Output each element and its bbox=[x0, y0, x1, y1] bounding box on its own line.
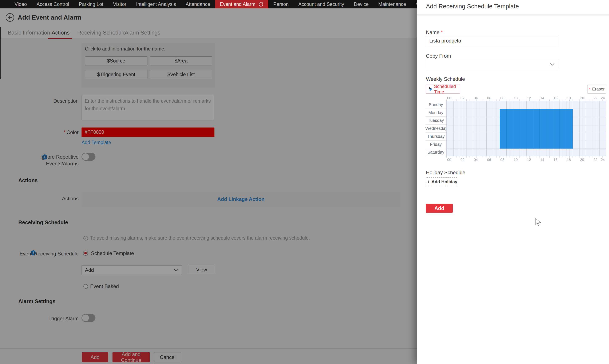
nav-item-label: Device bbox=[354, 1, 369, 7]
grid-hour-label: 06 bbox=[487, 158, 491, 162]
grid-ticks-bottom bbox=[446, 156, 606, 157]
grid-hour-label: 00 bbox=[447, 158, 451, 162]
weekly-schedule-label: Weekly Schedule bbox=[426, 76, 465, 82]
grid-day-thursday: Thursday bbox=[425, 132, 446, 141]
grid-hour-label: 02 bbox=[460, 158, 465, 162]
panel-header-shadow bbox=[417, 14, 609, 17]
copy-from-label: Copy From bbox=[426, 53, 451, 59]
eraser-tool-button[interactable]: Eraser bbox=[587, 85, 606, 94]
grid-day-wednesday: Wednesday bbox=[425, 125, 446, 132]
nav-item-label: Person bbox=[273, 1, 289, 7]
eraser-icon bbox=[589, 87, 591, 91]
scheduled-time-label: Scheduled Time bbox=[434, 84, 458, 95]
nav-item-label: Parking Lot bbox=[79, 1, 103, 7]
required-asterisk: * bbox=[441, 29, 443, 35]
grid-day-sunday: Sunday bbox=[425, 101, 446, 109]
nav-item-label: Visitor bbox=[113, 1, 126, 7]
top-navbar: VideoAccess ControlParking LotVisitorInt… bbox=[0, 0, 417, 8]
weekly-schedule-grid: 00020406081012141618202224 SundayMondayT… bbox=[425, 97, 606, 162]
copy-from-select[interactable] bbox=[426, 59, 558, 69]
grid-day-labels: SundayMondayTuesdayWednesdayThursdayFrid… bbox=[425, 101, 446, 156]
schedule-block-wednesday[interactable] bbox=[500, 125, 573, 133]
modal-dim-overlay bbox=[0, 8, 417, 364]
add-receiving-schedule-template-panel: Add Receiving Schedule Template Name * L… bbox=[417, 0, 609, 364]
grid-hour-label: 10 bbox=[513, 158, 518, 162]
nav-item-person[interactable]: Person bbox=[268, 0, 293, 8]
screen: VideoAccess ControlParking LotVisitorInt… bbox=[0, 0, 609, 364]
nav-item-maintenance[interactable]: Maintenance bbox=[374, 0, 411, 8]
grid-hour-label: 12 bbox=[527, 158, 531, 162]
panel-title: Add Receiving Schedule Template bbox=[426, 3, 519, 10]
schedule-block-tuesday[interactable] bbox=[500, 117, 573, 125]
nav-item-video[interactable]: Video bbox=[10, 0, 32, 8]
nav-item-label: Account and Security bbox=[298, 1, 344, 7]
nav-item-access-control[interactable]: Access Control bbox=[32, 0, 74, 8]
grid-body[interactable] bbox=[446, 101, 606, 156]
add-holiday-button[interactable]: + Add Holiday bbox=[426, 177, 458, 186]
grid-day-tuesday: Tuesday bbox=[425, 117, 446, 125]
nav-item-intelligent-analysis[interactable]: Intelligent Analysis bbox=[131, 0, 181, 8]
nav-item-account-and-security[interactable]: Account and Security bbox=[293, 0, 349, 8]
nav-item-label: Maintenance bbox=[378, 1, 406, 7]
grid-hour-label: 22 bbox=[594, 158, 597, 162]
nav-item-label: Access Control bbox=[36, 1, 69, 7]
grid-hour-label: 04 bbox=[474, 158, 478, 162]
plus-icon: + bbox=[427, 179, 430, 184]
name-label: Name * bbox=[426, 29, 444, 35]
nav-item-visitor[interactable]: Visitor bbox=[108, 0, 131, 8]
schedule-block-friday[interactable] bbox=[500, 141, 573, 149]
grid-hour-label: 24 bbox=[601, 158, 605, 162]
grid-day-friday: Friday bbox=[425, 141, 446, 149]
add-holiday-label: Add Holiday bbox=[431, 179, 457, 184]
grid-hour-label: 20 bbox=[580, 158, 584, 162]
nav-item-device[interactable]: Device bbox=[349, 0, 374, 8]
chevron-down-icon bbox=[550, 63, 555, 66]
grid-hour-label: 14 bbox=[540, 158, 544, 162]
brush-icon bbox=[428, 86, 432, 92]
eraser-label: Eraser bbox=[592, 87, 605, 91]
grid-hour-label: 18 bbox=[567, 158, 571, 162]
grid-hour-label: 16 bbox=[554, 158, 558, 162]
nav-item-label: Intelligent Analysis bbox=[136, 1, 176, 7]
holiday-schedule-label: Holiday Schedule bbox=[426, 169, 465, 175]
nav-item-label: Attendance bbox=[186, 1, 210, 7]
nav-item-parking-lot[interactable]: Parking Lot bbox=[74, 0, 108, 8]
scheduled-time-tool-button[interactable]: Scheduled Time bbox=[426, 85, 460, 94]
grid-day-saturday: Saturday bbox=[425, 148, 446, 156]
refresh-icon bbox=[258, 2, 263, 7]
nav-item-label: Event and Alarm bbox=[220, 1, 256, 7]
schedule-block-thursday[interactable] bbox=[500, 133, 573, 141]
schedule-block-monday[interactable] bbox=[500, 109, 573, 117]
nav-item-attendance[interactable]: Attendance bbox=[181, 0, 215, 8]
nav-item-label: Video bbox=[14, 1, 27, 7]
grid-day-monday: Monday bbox=[425, 109, 446, 117]
name-input[interactable]: Lista producto bbox=[426, 36, 558, 46]
grid-hour-label: 08 bbox=[500, 158, 504, 162]
nav-item-event-and-alarm[interactable]: Event and Alarm bbox=[215, 0, 269, 8]
panel-add-button[interactable]: Add bbox=[426, 204, 453, 213]
